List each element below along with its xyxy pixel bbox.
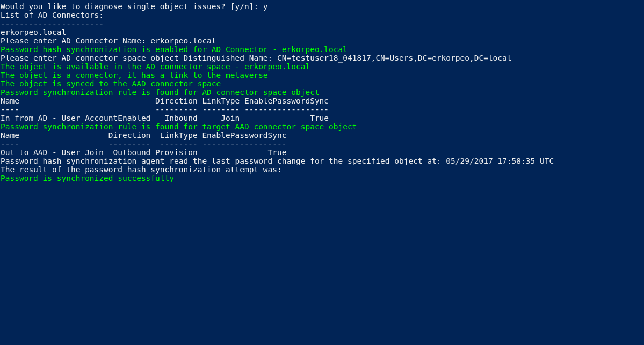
console-line: Would you like to diagnose single object… — [1, 2, 643, 11]
console-line: Password is synchronized successfully — [1, 174, 643, 182]
console-line: erkorpeo.local — [1, 28, 643, 36]
console-line: List of AD Connectors: — [1, 11, 643, 19]
console-line: ---- --------- -------- ----------------… — [1, 105, 643, 114]
console-line: The result of the password hash synchron… — [1, 165, 643, 174]
console-line: ---- --------- -------- ----------------… — [1, 140, 643, 148]
console-line: Password synchronization rule is found f… — [1, 88, 643, 97]
console-line: In from AD - User AccountEnabled Inbound… — [1, 114, 643, 122]
console-line: Please enter AD connector space object D… — [1, 54, 643, 62]
console-line: The object is available in the AD connec… — [1, 62, 643, 71]
console-line: Out to AAD - User Join Outbound Provisio… — [1, 148, 643, 157]
console-line: Name Direction LinkType EnablePasswordSy… — [1, 97, 643, 105]
console-line: ---------------------- — [1, 19, 643, 28]
console-line: Password hash synchronization is enabled… — [1, 45, 643, 54]
console-line: Password synchronization rule is found f… — [1, 122, 643, 131]
console-line: Name Direction LinkType EnablePasswordSy… — [1, 131, 643, 140]
console-line: The object is a connector, it has a link… — [1, 71, 643, 79]
console-line: Please enter AD Connector Name: erkorpeo… — [1, 36, 643, 45]
console-line: The object is synced to the AAD connecto… — [1, 79, 643, 88]
console-line: Password hash synchronization agent read… — [1, 157, 643, 165]
powershell-console[interactable]: Would you like to diagnose single object… — [0, 0, 644, 182]
